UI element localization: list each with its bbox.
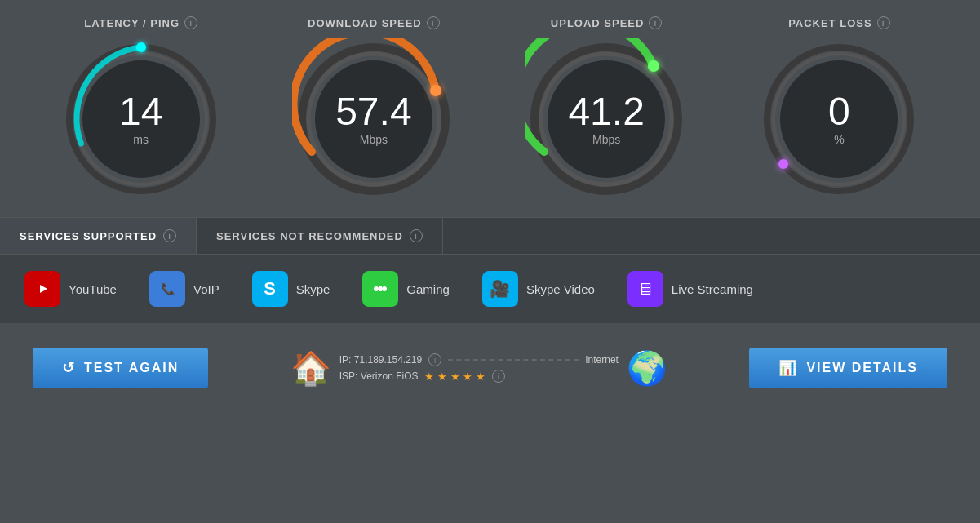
packet-loss-unit: % bbox=[828, 133, 850, 146]
upload-inner: 41.2 Mbps bbox=[568, 92, 644, 146]
svg-point-7 bbox=[430, 85, 441, 96]
voip-label: VoIP bbox=[193, 282, 220, 296]
home-icon: 🏠 bbox=[290, 349, 331, 388]
skype-icon: S bbox=[252, 271, 288, 307]
packet-loss-gauge-wrapper: 0 % bbox=[757, 38, 920, 201]
upload-title: UPLOAD SPEED i bbox=[551, 16, 663, 29]
isp-label: ISP: Verizon FiOS bbox=[339, 370, 419, 382]
isp-row: ISP: Verizon FiOS ★ ★ ★ ★ ★ i bbox=[339, 370, 619, 383]
packet-loss-title: PACKET LOSS i bbox=[788, 16, 890, 29]
view-details-button[interactable]: 📊 VIEW DETAILS bbox=[749, 348, 947, 388]
latency-gauge-wrapper: 14 ms bbox=[60, 38, 223, 201]
ip-row: IP: 71.189.154.219 i Internet bbox=[339, 353, 619, 366]
packet-loss-inner: 0 % bbox=[828, 92, 850, 146]
voip-icon: 📞 bbox=[149, 271, 185, 307]
packet-loss-gauge: PACKET LOSS i bbox=[723, 16, 956, 201]
latency-inner: 14 ms bbox=[119, 92, 162, 146]
service-item-youtube[interactable]: YouTube bbox=[16, 266, 141, 312]
service-item-voip[interactable]: 📞 VoIP bbox=[141, 266, 244, 312]
svg-rect-24 bbox=[377, 288, 384, 290]
app-container: LATENCY / PING i bbox=[0, 0, 980, 405]
services-not-recommended-info-icon[interactable]: i bbox=[410, 229, 423, 242]
tab-services-not-recommended[interactable]: SERVICES NOT RECOMMENDED i bbox=[197, 218, 443, 254]
download-gauge: DOWNLOAD SPEED i bbox=[257, 16, 490, 201]
download-gauge-wrapper: 57.4 Mbps bbox=[292, 38, 455, 201]
skype-label: Skype bbox=[296, 282, 330, 296]
skype-video-label: Skype Video bbox=[526, 282, 595, 296]
upload-gauge: UPLOAD SPEED i bbox=[490, 16, 723, 201]
download-info-icon[interactable]: i bbox=[427, 16, 440, 29]
download-value: 57.4 bbox=[335, 92, 411, 131]
connection-line bbox=[448, 359, 579, 361]
download-title: DOWNLOAD SPEED i bbox=[308, 16, 440, 29]
bottom-bar: ↺ TEST AGAIN 🏠 IP: 71.189.154.219 i Inte… bbox=[0, 331, 980, 405]
tab-services-supported[interactable]: SERVICES SUPPORTED i bbox=[0, 218, 197, 254]
latency-value: 14 bbox=[119, 92, 162, 131]
rating-stars: ★ ★ ★ ★ ★ bbox=[424, 370, 485, 383]
isp-info-icon[interactable]: i bbox=[492, 370, 505, 383]
services-tabs: SERVICES SUPPORTED i SERVICES NOT RECOMM… bbox=[0, 218, 980, 255]
latency-info-icon[interactable]: i bbox=[184, 16, 197, 29]
globe-icon: 🌍 bbox=[627, 349, 667, 388]
internet-label: Internet bbox=[585, 354, 619, 366]
service-item-gaming[interactable]: Gaming bbox=[354, 266, 474, 312]
connection-details: IP: 71.189.154.219 i Internet ISP: Veriz… bbox=[339, 353, 619, 383]
upload-unit: Mbps bbox=[568, 133, 644, 146]
gaming-icon bbox=[362, 271, 398, 307]
services-section: SERVICES SUPPORTED i SERVICES NOT RECOMM… bbox=[0, 217, 980, 323]
ip-label: IP: 71.189.154.219 bbox=[339, 354, 422, 366]
gaming-label: Gaming bbox=[406, 282, 450, 296]
download-unit: Mbps bbox=[335, 133, 411, 146]
svg-point-3 bbox=[136, 42, 146, 52]
connection-info: 🏠 IP: 71.189.154.219 i Internet ISP: Ver… bbox=[290, 349, 667, 388]
test-again-icon: ↺ bbox=[62, 359, 76, 377]
service-item-skype[interactable]: S Skype bbox=[244, 266, 355, 312]
skype-video-icon: 🎥 bbox=[482, 271, 518, 307]
view-details-icon: 📊 bbox=[778, 359, 798, 377]
livestream-icon: 🖥 bbox=[627, 271, 663, 307]
service-item-skype-video[interactable]: 🎥 Skype Video bbox=[474, 266, 619, 312]
svg-point-15 bbox=[778, 159, 788, 169]
youtube-label: YouTube bbox=[69, 282, 117, 296]
gauges-section: LATENCY / PING i bbox=[0, 0, 980, 217]
services-supported-info-icon[interactable]: i bbox=[163, 229, 176, 242]
packet-loss-info-icon[interactable]: i bbox=[877, 16, 890, 29]
test-again-button[interactable]: ↺ TEST AGAIN bbox=[33, 348, 208, 388]
latency-gauge: LATENCY / PING i bbox=[24, 16, 257, 201]
download-inner: 57.4 Mbps bbox=[335, 92, 411, 146]
svg-point-11 bbox=[648, 60, 659, 72]
ip-info-icon[interactable]: i bbox=[428, 353, 441, 366]
youtube-icon bbox=[24, 271, 60, 307]
svg-text:📞: 📞 bbox=[161, 282, 175, 296]
latency-title: LATENCY / PING i bbox=[84, 16, 197, 29]
upload-info-icon[interactable]: i bbox=[649, 16, 662, 29]
latency-unit: ms bbox=[119, 133, 162, 146]
livestream-label: Live Streaming bbox=[672, 282, 753, 296]
service-item-livestream[interactable]: 🖥 Live Streaming bbox=[619, 266, 778, 312]
upload-gauge-wrapper: 41.2 Mbps bbox=[525, 38, 688, 201]
services-list: YouTube 📞 VoIP S Skype Gaming 🎥 Skype bbox=[0, 255, 980, 323]
upload-value: 41.2 bbox=[568, 92, 644, 131]
packet-loss-value: 0 bbox=[828, 92, 850, 131]
